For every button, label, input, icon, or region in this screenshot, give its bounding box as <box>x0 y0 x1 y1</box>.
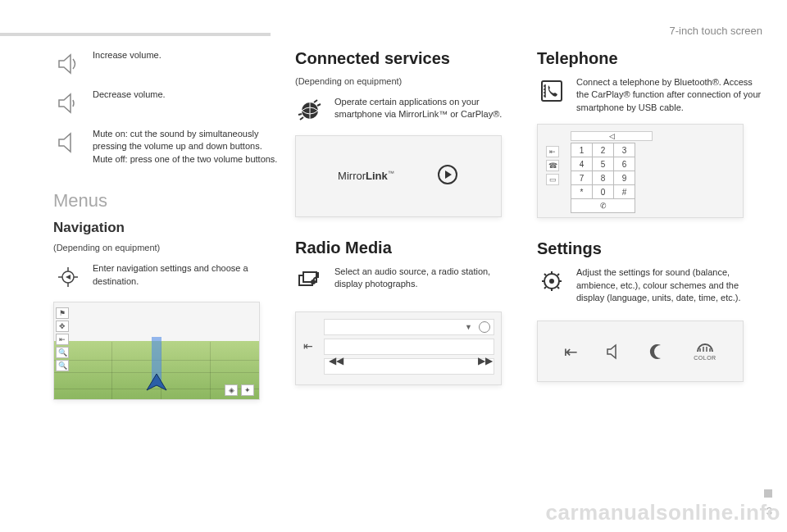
keypad-4[interactable]: 4 <box>571 157 593 171</box>
volume-up-text: Increase volume. <box>93 49 161 61</box>
header-rule <box>0 33 271 36</box>
keypad-9[interactable]: 9 <box>614 171 635 185</box>
nav-row: Enter navigation settings and choose a d… <box>53 262 279 292</box>
speaker-up-icon <box>53 49 83 79</box>
color-icon[interactable]: COLOR <box>694 342 716 361</box>
moon-icon[interactable] <box>649 343 667 361</box>
menus-heading: Menus <box>53 190 279 211</box>
connected-depending: (Depending on equipment) <box>295 76 521 86</box>
mute-text: Mute on: cut the sound by simultaneously… <box>93 128 279 166</box>
settings-exit-icon[interactable]: ⇤ <box>564 342 578 361</box>
map-zoom-in-icon[interactable]: 🔍 <box>56 347 69 358</box>
keypad-delete-row[interactable]: ◁ <box>571 131 653 141</box>
connected-row: Operate certain applications on your sma… <box>295 96 521 125</box>
telephone-row: Connect a telephone by Bluetooth®. Acces… <box>537 76 762 114</box>
volume-up-row: Increase volume. <box>53 49 279 79</box>
color-label: COLOR <box>694 355 716 361</box>
speaker-settings-icon[interactable] <box>605 343 623 361</box>
settings-row: Adjust the settings for sound (balance, … <box>537 266 762 304</box>
radio-prev-icon[interactable]: ◀◀ <box>329 355 343 366</box>
keypad-call[interactable]: ✆ <box>571 199 635 213</box>
keypad-7[interactable]: 7 <box>571 171 593 185</box>
settings-heading: Settings <box>537 239 762 258</box>
keypad-0[interactable]: 0 <box>593 185 614 199</box>
nav-depending: (Depending on equipment) <box>53 243 279 252</box>
phone-book-icon[interactable]: ▭ <box>546 174 559 185</box>
map-exit-icon[interactable]: ⇤ <box>56 334 69 345</box>
radio-list-row-2[interactable] <box>324 339 494 355</box>
mirrorlink-logo[interactable]: MirrorLink™ <box>338 170 394 182</box>
map-center-icon[interactable]: ◈ <box>225 384 238 396</box>
keypad-6[interactable]: 6 <box>614 157 635 171</box>
connected-screenshot: MirrorLink™ <box>295 135 502 217</box>
side-marker <box>764 489 772 498</box>
watermark: carmanualsonline.info <box>546 500 780 525</box>
content-columns: Increase volume. Decrease volume. Mute o… <box>53 49 762 400</box>
svg-point-5 <box>311 280 316 284</box>
connected-heading: Connected services <box>295 49 521 68</box>
radio-exit-icon[interactable]: ⇤ <box>301 339 316 353</box>
settings-text: Adjust the settings for sound (balance, … <box>576 266 762 304</box>
connected-text: Operate certain applications on your sma… <box>334 96 521 121</box>
column-middle: Connected services (Depending on equipme… <box>295 49 521 400</box>
speaker-mute-icon <box>53 128 83 157</box>
radio-next-icon[interactable]: ▶▶ <box>478 355 493 366</box>
keypad-hash[interactable]: # <box>614 185 635 199</box>
telephone-text: Connect a telephone by Bluetooth®. Acces… <box>576 76 762 114</box>
keypad-3[interactable]: 3 <box>614 143 635 157</box>
column-left: Increase volume. Decrease volume. Mute o… <box>53 49 279 400</box>
navigation-heading: Navigation <box>53 220 279 236</box>
svg-point-8 <box>549 279 554 284</box>
map-flag-icon[interactable]: ⚑ <box>56 307 69 319</box>
radio-list-row-1[interactable]: ▼ <box>324 319 494 335</box>
radio-heading: Radio Media <box>295 239 521 257</box>
radio-text: Select an audio source, a radio station,… <box>334 266 521 291</box>
radio-media-icon <box>295 266 325 295</box>
map-zoom-out-icon[interactable]: 🔍 <box>56 360 69 371</box>
header-section-label: 7-inch touch screen <box>670 25 762 37</box>
keypad-5[interactable]: 5 <box>593 157 614 171</box>
map-side-buttons: ⚑ ✥ ⇤ 🔍 🔍 <box>56 307 69 371</box>
phone-card-icon <box>537 76 566 106</box>
speaker-down-icon <box>53 89 83 118</box>
car-cursor-icon <box>140 372 173 395</box>
gear-icon <box>537 266 566 296</box>
settings-screenshot: ⇤ COLOR <box>537 321 744 382</box>
keypad-2[interactable]: 2 <box>593 143 614 157</box>
map-bottom-icons: ◈ ✦ <box>225 384 254 396</box>
volume-down-text: Decrease volume. <box>93 89 166 101</box>
volume-down-row: Decrease volume. <box>53 89 279 118</box>
navigation-screenshot: ⚑ ✥ ⇤ 🔍 🔍 ◈ ✦ <box>53 302 260 400</box>
map-compass-icon[interactable]: ✦ <box>241 384 254 396</box>
carplay-play-icon[interactable] <box>436 163 459 189</box>
globe-apps-icon <box>295 96 325 125</box>
phone-contact-icon[interactable]: ☎ <box>546 160 559 171</box>
mute-row: Mute on: cut the sound by simultaneously… <box>53 128 279 166</box>
telephone-screenshot: ◁ ⇤ ☎ ▭ 123 456 789 *0# ✆ <box>537 124 744 218</box>
telephone-heading: Telephone <box>537 49 762 68</box>
keypad-8[interactable]: 8 <box>593 171 614 185</box>
radio-screenshot: ▼ ⇤ ◀◀ ▶▶ <box>295 311 502 385</box>
radio-row: Select an audio source, a radio station,… <box>295 266 521 295</box>
keypad-star[interactable]: * <box>571 185 593 199</box>
keypad-1[interactable]: 1 <box>571 143 593 157</box>
nav-text: Enter navigation settings and choose a d… <box>93 262 279 288</box>
phone-exit-icon[interactable]: ⇤ <box>546 146 559 157</box>
column-right: Telephone Connect a telephone by Bluetoo… <box>537 49 762 400</box>
map-move-icon[interactable]: ✥ <box>56 321 69 332</box>
compass-arrows-icon <box>53 262 83 292</box>
phone-keypad: 123 456 789 *0# ✆ <box>571 143 635 213</box>
